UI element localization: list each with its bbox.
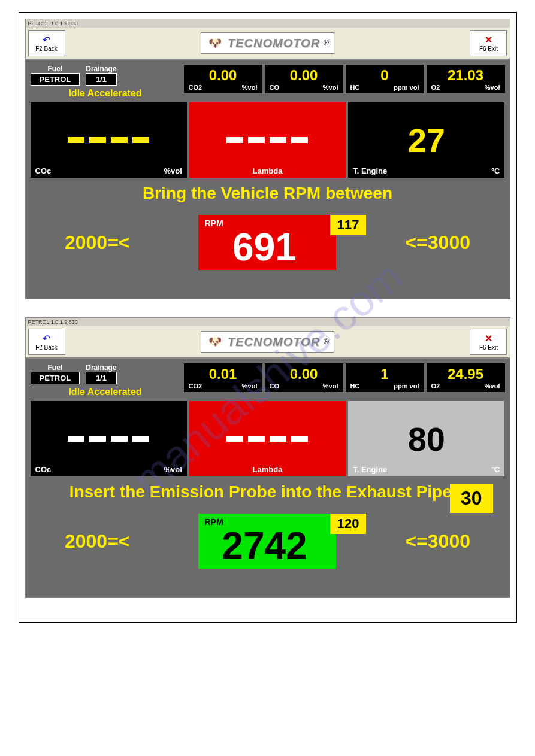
close-icon: ✕ — [485, 333, 492, 344]
co2-unit: %vol — [242, 84, 258, 91]
back-button[interactable]: ↶ F2 Back — [28, 329, 65, 355]
hc-value: 1 — [350, 366, 419, 382]
co2-reading: 0.00 CO2%vol — [184, 65, 262, 93]
rpm-display: RPM 2742 120 — [198, 514, 336, 569]
countdown-timer: 30 — [450, 484, 493, 513]
co2-name: CO2 — [189, 84, 202, 91]
co2-value: 0.01 — [189, 366, 258, 382]
back-button-label: F2 Back — [35, 45, 58, 52]
lambda-panel: Lambda — [189, 401, 346, 476]
toolbar: ↶ F2 Back 🐶 TECNOMOTOR ® ✕ F6 Exit — [26, 326, 510, 359]
coc-placeholder — [35, 436, 182, 442]
rpm-value: 691 — [204, 228, 324, 266]
hc-unit: ppm vol — [394, 382, 419, 390]
brand-logo: 🐶 TECNOMOTOR ® — [201, 331, 334, 353]
exit-button[interactable]: ✕ F6 Exit — [470, 329, 507, 355]
rpm-section: 30 2000=< RPM 2742 120 <=3000 — [31, 514, 505, 569]
o2-reading: 24.95 O2%vol — [427, 363, 505, 392]
o2-name: O2 — [431, 84, 440, 91]
window-titlebar: PETROL 1.0.1.9 830 — [26, 318, 510, 326]
rpm-section: 2000=< RPM 691 117 <=3000 — [31, 215, 505, 270]
mascot-icon: 🐶 — [206, 333, 224, 351]
hc-value: 0 — [350, 67, 419, 84]
engine-temp-unit: °C — [491, 465, 500, 474]
registered-mark: ® — [324, 39, 329, 47]
coc-unit: %vol — [164, 465, 182, 474]
co-name: CO — [270, 84, 280, 91]
fuel-label: Fuel — [31, 363, 80, 372]
co2-unit: %vol — [242, 382, 258, 390]
lambda-placeholder — [194, 137, 341, 143]
rpm-range-low: 2000=< — [65, 530, 130, 552]
co2-value: 0.00 — [189, 67, 258, 84]
hc-unit: ppm vol — [394, 84, 419, 91]
idle-status: Idle Accelerated — [31, 88, 180, 99]
coc-name: COc — [35, 465, 52, 474]
fuel-info: Fuel PETROL — [31, 363, 80, 384]
lambda-name: Lambda — [253, 166, 283, 175]
coc-name: COc — [35, 166, 52, 175]
back-button-label: F2 Back — [35, 344, 58, 351]
instruction-text: Insert the Emission Probe into the Exhau… — [31, 482, 505, 502]
o2-unit: %vol — [485, 84, 500, 91]
fuel-label: Fuel — [31, 65, 80, 73]
toolbar: ↶ F2 Back 🐶 TECNOMOTOR ® ✕ F6 Exit — [26, 28, 510, 60]
hc-name: HC — [350, 382, 360, 390]
rpm-range-low: 2000=< — [65, 232, 130, 254]
hc-reading: 0 HCppm vol — [346, 65, 424, 93]
emission-test-screen-2: PETROL 1.0.1.9 830 ↶ F2 Back 🐶 TECNOMOTO… — [25, 317, 510, 598]
brand-logo: 🐶 TECNOMOTOR ® — [201, 32, 334, 54]
coc-panel: COc%vol — [31, 102, 187, 178]
back-arrow-icon: ↶ — [43, 34, 50, 45]
co2-reading: 0.01 CO2%vol — [184, 363, 262, 392]
drainage-info: Drainage 1/1 — [86, 363, 116, 384]
instruction-text: Bring the Vehicle RPM between — [31, 184, 505, 203]
engine-temp-panel: 27 T. Engine°C — [348, 102, 504, 178]
fuel-value: PETROL — [31, 372, 80, 384]
o2-unit: %vol — [485, 382, 500, 390]
co-unit: %vol — [323, 382, 338, 390]
drainage-label: Drainage — [86, 65, 116, 73]
logo-text: TECNOMOTOR — [228, 37, 320, 50]
exit-button[interactable]: ✕ F6 Exit — [470, 30, 507, 56]
drainage-label: Drainage — [86, 363, 116, 372]
coc-panel: COc%vol — [31, 401, 187, 476]
registered-mark: ® — [324, 338, 329, 346]
emission-test-screen-1: PETROL 1.0.1.9 830 ↶ F2 Back 🐶 TECNOMOTO… — [25, 19, 510, 299]
engine-temp-value: 27 — [353, 121, 500, 160]
lambda-panel: Lambda — [189, 102, 346, 178]
exit-button-label: F6 Exit — [479, 45, 498, 52]
drainage-value: 1/1 — [86, 73, 116, 86]
engine-temp-name: T. Engine — [353, 166, 387, 175]
rpm-range-high: <=3000 — [405, 232, 470, 254]
exit-button-label: F6 Exit — [479, 344, 498, 351]
engine-temp-unit: °C — [491, 166, 500, 175]
drainage-value: 1/1 — [86, 372, 116, 384]
fuel-value: PETROL — [31, 73, 80, 86]
lambda-placeholder — [194, 436, 341, 442]
rpm-badge: 117 — [330, 215, 367, 235]
fuel-info: Fuel PETROL — [31, 65, 80, 86]
co-value: 0.00 — [270, 366, 338, 382]
co-unit: %vol — [323, 84, 338, 91]
engine-temp-value: 80 — [353, 420, 500, 459]
idle-status: Idle Accelerated — [31, 387, 180, 397]
coc-placeholder — [35, 137, 182, 143]
rpm-value: 2742 — [204, 527, 324, 565]
lambda-name: Lambda — [253, 465, 283, 474]
co-value: 0.00 — [270, 67, 338, 84]
engine-temp-name: T. Engine — [353, 465, 387, 474]
o2-reading: 21.03 O2%vol — [427, 65, 505, 93]
back-button[interactable]: ↶ F2 Back — [28, 30, 65, 56]
mascot-icon: 🐶 — [206, 34, 224, 52]
close-icon: ✕ — [485, 34, 492, 45]
co-reading: 0.00 CO%vol — [265, 65, 343, 93]
rpm-display: RPM 691 117 — [198, 215, 336, 270]
co-reading: 0.00 CO%vol — [265, 363, 343, 392]
co2-name: CO2 — [189, 382, 202, 390]
hc-reading: 1 HCppm vol — [346, 363, 424, 392]
logo-text: TECNOMOTOR — [228, 335, 320, 349]
window-titlebar: PETROL 1.0.1.9 830 — [26, 19, 510, 28]
o2-name: O2 — [431, 382, 440, 390]
rpm-range-high: <=3000 — [405, 530, 470, 552]
